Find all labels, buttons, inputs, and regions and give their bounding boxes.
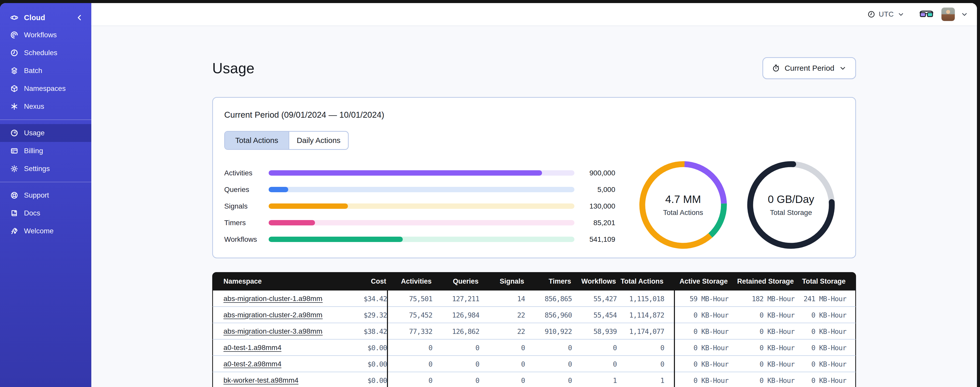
period-selector-button[interactable]: Current Period <box>762 57 856 79</box>
bar-row-workflows: Workflows 541,109 <box>224 231 616 248</box>
timers-cell: 0 <box>525 344 572 352</box>
bar-fill <box>269 220 315 225</box>
total-storage-cell: 241 MB-Hour <box>795 295 846 303</box>
queries-cell: 0 <box>432 360 479 368</box>
total-actions-cell: 1,114,872 <box>617 311 664 319</box>
table-header-row: Namespace Cost Activities Queries Signal… <box>212 272 856 291</box>
sidebar-item-settings[interactable]: Settings <box>0 160 91 178</box>
cost-cell: $0.00 <box>323 344 387 352</box>
brand-label: Cloud <box>24 14 75 22</box>
column-header-retained-storage: Retained Storage <box>728 277 794 285</box>
bar-label: Timers <box>224 219 269 227</box>
column-header-namespace: Namespace <box>212 277 322 285</box>
settings-icon <box>10 165 18 173</box>
sidebar-item-welcome[interactable]: Welcome <box>0 222 91 240</box>
sidebar-item-label: Usage <box>24 129 45 137</box>
period-selector-label: Current Period <box>784 64 834 72</box>
sidebar-item-label: Support <box>24 191 49 199</box>
glasses-toggle[interactable] <box>919 10 934 19</box>
timezone-selector[interactable]: UTC <box>867 10 905 18</box>
app-window: Cloud Workflows Schedules <box>0 3 977 387</box>
retained-storage-cell: 0 KB-Hour <box>729 328 795 336</box>
welcome-rocket-icon <box>10 227 18 235</box>
total-storage-donut: 0 GB/Day Total Storage <box>744 158 838 252</box>
billing-icon <box>10 147 18 155</box>
sidebar-item-support[interactable]: Support <box>0 186 91 204</box>
avatar[interactable] <box>941 7 955 21</box>
sidebar-item-workflows[interactable]: Workflows <box>0 26 91 44</box>
tab-daily-actions[interactable]: Daily Actions <box>289 132 348 149</box>
sidebar-divider <box>0 120 91 120</box>
topbar: UTC <box>91 3 977 26</box>
clock-icon <box>867 10 875 18</box>
retained-storage-cell: 182 MB-Hour <box>729 295 795 303</box>
queries-cell: 126,984 <box>432 311 479 319</box>
nexus-icon <box>10 102 18 110</box>
column-header-queries: Queries <box>431 277 479 285</box>
column-header-activities: Activities <box>387 277 431 285</box>
namespace-link[interactable]: abs-migration-cluster-2.a98mm4 <box>223 311 323 319</box>
bar-track <box>269 170 574 176</box>
total-actions-cell: 0 <box>617 344 664 352</box>
usage-summary-card: Current Period (09/01/2024 — 10/01/2024)… <box>212 97 856 258</box>
signals-cell: 14 <box>479 295 525 303</box>
bar-value: 900,000 <box>574 169 615 177</box>
batch-icon <box>10 67 18 75</box>
activities-cell: 0 <box>388 377 432 384</box>
timers-cell: 856,960 <box>525 311 572 319</box>
table-row: a0-test-1.a98mm4 $0.00 0 0 0 0 0 0 0 KB-… <box>212 339 856 356</box>
workflows-cell: 55,454 <box>572 311 617 319</box>
collapse-sidebar-icon[interactable] <box>75 14 84 22</box>
total-actions-donut: 4.7 MM Total Actions <box>636 158 730 252</box>
bar-value: 5,000 <box>574 186 615 194</box>
active-storage-cell: 59 MB-Hour <box>675 295 729 303</box>
sidebar-item-billing[interactable]: Billing <box>0 142 91 160</box>
usage-icon <box>10 129 18 137</box>
namespace-link[interactable]: abs-migration-cluster-1.a98mm4 <box>223 294 323 302</box>
cost-cell: $0.00 <box>323 377 387 384</box>
bar-row-signals: Signals 130,000 <box>224 198 616 214</box>
namespace-link[interactable]: abs-migration-cluster-3.a98mm4 <box>223 327 323 335</box>
queries-cell: 127,211 <box>432 295 479 303</box>
queries-cell: 0 <box>432 377 479 384</box>
sidebar-item-label: Settings <box>24 165 50 173</box>
sidebar-item-usage[interactable]: Usage <box>0 124 91 142</box>
account-menu[interactable] <box>961 10 968 18</box>
retained-storage-cell: 0 KB-Hour <box>729 311 795 319</box>
donut-value: 0 GB/Day <box>768 193 814 205</box>
active-storage-cell: 0 KB-Hour <box>675 328 729 336</box>
bar-track <box>269 187 574 192</box>
table-row: abs-migration-cluster-1.a98mm4 $34.42 75… <box>212 291 856 307</box>
column-header-total-storage: Total Storage <box>794 277 846 285</box>
cloud-icon <box>10 14 18 22</box>
card-title: Current Period (09/01/2024 — 10/01/2024) <box>224 110 384 120</box>
donut-value: 4.7 MM <box>665 193 701 205</box>
sidebar-item-schedules[interactable]: Schedules <box>0 44 91 62</box>
total-storage-cell: 0 KB-Hour <box>795 328 846 336</box>
sidebar-item-namespaces[interactable]: Namespaces <box>0 80 91 98</box>
signals-cell: 0 <box>479 360 525 368</box>
table-row: bk-worker-test.a98mm4 $0.00 0 0 0 0 1 1 … <box>212 372 856 387</box>
retained-storage-cell: 0 KB-Hour <box>729 344 795 352</box>
page-header: Usage Current Period <box>212 26 856 79</box>
timezone-label: UTC <box>879 10 894 18</box>
sidebar-item-docs[interactable]: Docs <box>0 204 91 222</box>
namespace-link[interactable]: a0-test-1.a98mm4 <box>223 344 282 352</box>
glasses-icon <box>919 10 934 19</box>
sidebar-brand[interactable]: Cloud <box>0 9 91 26</box>
cost-cell: $29.32 <box>323 311 387 319</box>
bar-fill <box>269 203 348 209</box>
bar-row-queries: Queries 5,000 <box>224 181 616 198</box>
bar-value: 85,201 <box>574 219 615 227</box>
sidebar-item-nexus[interactable]: Nexus <box>0 98 91 115</box>
activities-cell: 0 <box>388 344 432 352</box>
workflows-cell: 58,939 <box>572 328 617 336</box>
tab-total-actions[interactable]: Total Actions <box>225 132 289 149</box>
bar-label: Activities <box>224 169 269 177</box>
bar-row-timers: Timers 85,201 <box>224 214 616 231</box>
donut-label: Total Storage <box>770 209 812 217</box>
sidebar-item-batch[interactable]: Batch <box>0 62 91 80</box>
donut-center: 4.7 MM Total Actions <box>636 158 730 252</box>
namespace-link[interactable]: a0-test-2.a98mm4 <box>223 360 282 368</box>
namespace-link[interactable]: bk-worker-test.a98mm4 <box>223 376 298 384</box>
